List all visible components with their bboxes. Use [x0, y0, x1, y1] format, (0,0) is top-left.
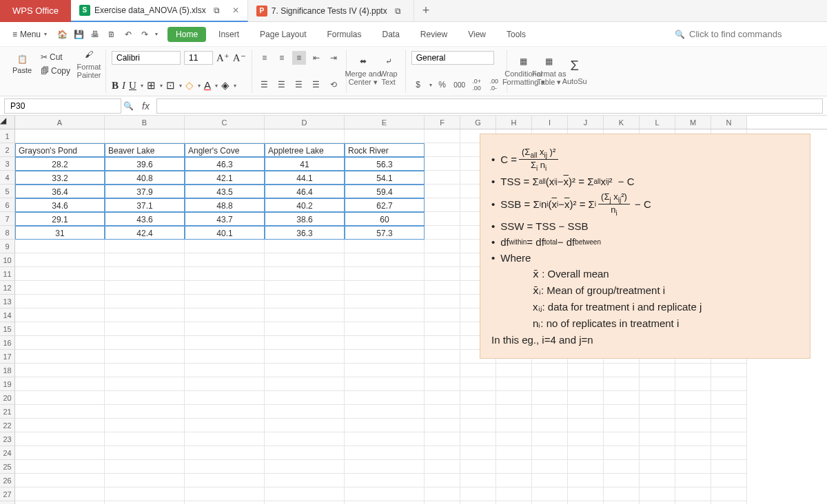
cell[interactable] [185, 322, 265, 336]
col-L[interactable]: L [640, 116, 675, 129]
cell[interactable]: 59.4 [345, 185, 425, 198]
tab-window-icon[interactable]: ⧉ [210, 3, 224, 17]
cell[interactable] [265, 253, 345, 267]
row-22[interactable]: 22 [0, 419, 15, 432]
cell[interactable] [185, 377, 265, 391]
cell[interactable] [15, 253, 105, 267]
cell[interactable] [345, 281, 425, 295]
menu-button[interactable]: ≡ Menu ▾ [7, 27, 52, 42]
cell[interactable] [105, 308, 185, 322]
cell[interactable] [425, 212, 460, 226]
cell[interactable] [265, 267, 345, 281]
cell[interactable] [265, 240, 345, 253]
cell[interactable] [460, 432, 496, 446]
cell[interactable] [265, 405, 345, 419]
cell-style-button[interactable]: ⊡ [166, 79, 175, 92]
cell[interactable] [345, 364, 425, 377]
chevron-down-icon[interactable]: ▾ [160, 83, 163, 89]
cell[interactable] [185, 501, 265, 504]
cell[interactable]: 31 [15, 226, 105, 240]
row-11[interactable]: 11 [0, 267, 15, 281]
cell[interactable] [496, 419, 532, 432]
row-5[interactable]: 5 [0, 185, 15, 198]
add-tab-button[interactable]: + [414, 3, 438, 18]
number-format-select[interactable] [411, 51, 494, 65]
cell[interactable]: 36.4 [15, 185, 105, 198]
cell[interactable] [568, 501, 604, 504]
tab-data[interactable]: Data [374, 27, 407, 42]
cell[interactable] [15, 295, 105, 308]
cell[interactable] [105, 364, 185, 377]
italic-button[interactable]: I [122, 80, 125, 92]
cell[interactable] [640, 487, 675, 501]
cell[interactable] [675, 487, 711, 501]
cell[interactable] [105, 432, 185, 446]
cell[interactable]: 46.4 [265, 185, 345, 198]
cell[interactable] [425, 322, 460, 336]
cell[interactable] [345, 129, 425, 143]
cell[interactable]: 34.6 [15, 198, 105, 212]
col-C[interactable]: C [185, 116, 265, 129]
merge-center-button[interactable]: ⬌ Merge andCenter ▾ [352, 62, 374, 81]
chevron-down-icon[interactable]: ▾ [215, 83, 218, 89]
cell[interactable] [711, 364, 747, 377]
cell[interactable] [675, 501, 711, 504]
cell[interactable]: 37.1 [105, 198, 185, 212]
cell[interactable] [105, 336, 185, 350]
cell[interactable] [425, 350, 460, 364]
cell[interactable] [425, 171, 460, 185]
cell[interactable] [604, 432, 640, 446]
col-N[interactable]: N [711, 116, 747, 129]
cell[interactable] [425, 185, 460, 198]
cell[interactable] [15, 267, 105, 281]
row-25[interactable]: 25 [0, 460, 15, 474]
col-F[interactable]: F [425, 116, 460, 129]
cell[interactable] [640, 405, 675, 419]
cell[interactable] [425, 157, 460, 171]
cell[interactable] [265, 129, 345, 143]
cell[interactable] [425, 281, 460, 295]
align-middle-icon[interactable]: ≡ [275, 51, 289, 65]
cell[interactable]: Beaver Lake [105, 143, 185, 157]
cell[interactable] [711, 391, 747, 405]
cell[interactable] [425, 143, 460, 157]
cell[interactable] [640, 501, 675, 504]
cell[interactable] [496, 364, 532, 377]
cell[interactable] [532, 460, 568, 474]
row-24[interactable]: 24 [0, 446, 15, 460]
cell[interactable] [15, 240, 105, 253]
justify-icon[interactable]: ☰ [309, 78, 323, 92]
cell[interactable] [185, 391, 265, 405]
cell[interactable] [711, 487, 747, 501]
font-name-select[interactable] [112, 51, 181, 65]
cell[interactable] [711, 405, 747, 419]
cell[interactable] [640, 432, 675, 446]
orientation-icon[interactable]: ⟲ [327, 78, 340, 92]
cell[interactable] [460, 405, 496, 419]
cell[interactable] [345, 419, 425, 432]
cell[interactable] [15, 281, 105, 295]
tab-pagelayout[interactable]: Page Layout [252, 27, 314, 42]
cell[interactable] [105, 460, 185, 474]
cell[interactable]: 44.1 [265, 171, 345, 185]
bold-button[interactable]: B [112, 80, 119, 92]
tab-window-icon[interactable]: ⧉ [391, 4, 405, 18]
cell[interactable]: Angler's Cove [185, 143, 265, 157]
row-3[interactable]: 3 [0, 157, 15, 171]
cell[interactable]: 60 [345, 212, 425, 226]
col-J[interactable]: J [568, 116, 604, 129]
cell[interactable] [105, 267, 185, 281]
cell[interactable] [532, 405, 568, 419]
cell[interactable] [604, 487, 640, 501]
select-all-corner[interactable]: ◢ [0, 116, 15, 129]
cell[interactable] [265, 336, 345, 350]
wrap-text-button[interactable]: ⤶ WrapText [378, 62, 400, 81]
row-8[interactable]: 8 [0, 226, 15, 240]
decrease-decimal-icon[interactable]: .00.0- [487, 78, 501, 92]
cell[interactable] [345, 405, 425, 419]
decrease-indent-icon[interactable]: ⇤ [309, 51, 323, 65]
cell[interactable] [675, 405, 711, 419]
row-17[interactable]: 17 [0, 350, 15, 364]
font-size-select[interactable] [184, 51, 213, 65]
cell[interactable] [675, 432, 711, 446]
